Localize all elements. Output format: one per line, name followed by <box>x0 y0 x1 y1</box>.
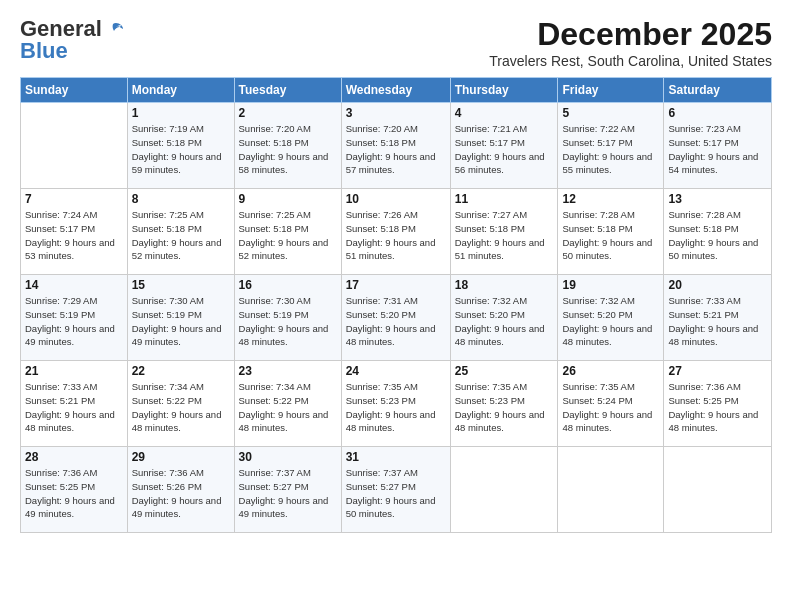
header-saturday: Saturday <box>664 78 772 103</box>
calendar-cell-w1-d1: 1Sunrise: 7:19 AM Sunset: 5:18 PM Daylig… <box>127 103 234 189</box>
day-number: 13 <box>668 192 767 206</box>
day-info: Sunrise: 7:19 AM Sunset: 5:18 PM Dayligh… <box>132 122 230 177</box>
weekday-header-row: Sunday Monday Tuesday Wednesday Thursday… <box>21 78 772 103</box>
calendar-cell-w3-d1: 15Sunrise: 7:30 AM Sunset: 5:19 PM Dayli… <box>127 275 234 361</box>
calendar-cell-w1-d4: 4Sunrise: 7:21 AM Sunset: 5:17 PM Daylig… <box>450 103 558 189</box>
day-info: Sunrise: 7:30 AM Sunset: 5:19 PM Dayligh… <box>132 294 230 349</box>
page-header: General Blue December 2025 Travelers Res… <box>20 16 772 69</box>
week-row-3: 14Sunrise: 7:29 AM Sunset: 5:19 PM Dayli… <box>21 275 772 361</box>
day-number: 30 <box>239 450 337 464</box>
day-info: Sunrise: 7:26 AM Sunset: 5:18 PM Dayligh… <box>346 208 446 263</box>
calendar-cell-w1-d5: 5Sunrise: 7:22 AM Sunset: 5:17 PM Daylig… <box>558 103 664 189</box>
day-info: Sunrise: 7:27 AM Sunset: 5:18 PM Dayligh… <box>455 208 554 263</box>
day-info: Sunrise: 7:24 AM Sunset: 5:17 PM Dayligh… <box>25 208 123 263</box>
day-info: Sunrise: 7:37 AM Sunset: 5:27 PM Dayligh… <box>346 466 446 521</box>
logo: General Blue <box>20 16 123 64</box>
week-row-1: 1Sunrise: 7:19 AM Sunset: 5:18 PM Daylig… <box>21 103 772 189</box>
calendar-cell-w4-d3: 24Sunrise: 7:35 AM Sunset: 5:23 PM Dayli… <box>341 361 450 447</box>
calendar-cell-w4-d6: 27Sunrise: 7:36 AM Sunset: 5:25 PM Dayli… <box>664 361 772 447</box>
calendar-cell-w1-d3: 3Sunrise: 7:20 AM Sunset: 5:18 PM Daylig… <box>341 103 450 189</box>
calendar-cell-w5-d6 <box>664 447 772 533</box>
calendar-cell-w2-d2: 9Sunrise: 7:25 AM Sunset: 5:18 PM Daylig… <box>234 189 341 275</box>
day-number: 8 <box>132 192 230 206</box>
calendar-cell-w1-d2: 2Sunrise: 7:20 AM Sunset: 5:18 PM Daylig… <box>234 103 341 189</box>
day-number: 10 <box>346 192 446 206</box>
calendar-page: General Blue December 2025 Travelers Res… <box>0 0 792 612</box>
calendar-cell-w4-d0: 21Sunrise: 7:33 AM Sunset: 5:21 PM Dayli… <box>21 361 128 447</box>
calendar-cell-w4-d1: 22Sunrise: 7:34 AM Sunset: 5:22 PM Dayli… <box>127 361 234 447</box>
calendar-cell-w3-d5: 19Sunrise: 7:32 AM Sunset: 5:20 PM Dayli… <box>558 275 664 361</box>
header-sunday: Sunday <box>21 78 128 103</box>
calendar-cell-w2-d5: 12Sunrise: 7:28 AM Sunset: 5:18 PM Dayli… <box>558 189 664 275</box>
calendar-cell-w3-d2: 16Sunrise: 7:30 AM Sunset: 5:19 PM Dayli… <box>234 275 341 361</box>
day-number: 20 <box>668 278 767 292</box>
day-info: Sunrise: 7:31 AM Sunset: 5:20 PM Dayligh… <box>346 294 446 349</box>
calendar-cell-w2-d4: 11Sunrise: 7:27 AM Sunset: 5:18 PM Dayli… <box>450 189 558 275</box>
calendar-cell-w4-d5: 26Sunrise: 7:35 AM Sunset: 5:24 PM Dayli… <box>558 361 664 447</box>
calendar-cell-w2-d0: 7Sunrise: 7:24 AM Sunset: 5:17 PM Daylig… <box>21 189 128 275</box>
day-number: 5 <box>562 106 659 120</box>
calendar-cell-w2-d6: 13Sunrise: 7:28 AM Sunset: 5:18 PM Dayli… <box>664 189 772 275</box>
week-row-2: 7Sunrise: 7:24 AM Sunset: 5:17 PM Daylig… <box>21 189 772 275</box>
day-info: Sunrise: 7:33 AM Sunset: 5:21 PM Dayligh… <box>25 380 123 435</box>
calendar-cell-w5-d2: 30Sunrise: 7:37 AM Sunset: 5:27 PM Dayli… <box>234 447 341 533</box>
day-number: 23 <box>239 364 337 378</box>
day-info: Sunrise: 7:22 AM Sunset: 5:17 PM Dayligh… <box>562 122 659 177</box>
day-info: Sunrise: 7:32 AM Sunset: 5:20 PM Dayligh… <box>562 294 659 349</box>
title-block: December 2025 Travelers Rest, South Caro… <box>489 16 772 69</box>
week-row-4: 21Sunrise: 7:33 AM Sunset: 5:21 PM Dayli… <box>21 361 772 447</box>
day-info: Sunrise: 7:28 AM Sunset: 5:18 PM Dayligh… <box>668 208 767 263</box>
day-number: 28 <box>25 450 123 464</box>
day-info: Sunrise: 7:20 AM Sunset: 5:18 PM Dayligh… <box>346 122 446 177</box>
day-number: 21 <box>25 364 123 378</box>
header-friday: Friday <box>558 78 664 103</box>
day-number: 11 <box>455 192 554 206</box>
day-info: Sunrise: 7:36 AM Sunset: 5:25 PM Dayligh… <box>668 380 767 435</box>
calendar-cell-w5-d3: 31Sunrise: 7:37 AM Sunset: 5:27 PM Dayli… <box>341 447 450 533</box>
calendar-cell-w3-d4: 18Sunrise: 7:32 AM Sunset: 5:20 PM Dayli… <box>450 275 558 361</box>
calendar-cell-w5-d0: 28Sunrise: 7:36 AM Sunset: 5:25 PM Dayli… <box>21 447 128 533</box>
day-number: 14 <box>25 278 123 292</box>
calendar-cell-w2-d1: 8Sunrise: 7:25 AM Sunset: 5:18 PM Daylig… <box>127 189 234 275</box>
day-number: 22 <box>132 364 230 378</box>
day-number: 3 <box>346 106 446 120</box>
day-number: 18 <box>455 278 554 292</box>
calendar-table: Sunday Monday Tuesday Wednesday Thursday… <box>20 77 772 533</box>
location-subtitle: Travelers Rest, South Carolina, United S… <box>489 53 772 69</box>
day-number: 31 <box>346 450 446 464</box>
logo-blue-text: Blue <box>20 38 68 64</box>
day-info: Sunrise: 7:37 AM Sunset: 5:27 PM Dayligh… <box>239 466 337 521</box>
day-number: 27 <box>668 364 767 378</box>
day-info: Sunrise: 7:23 AM Sunset: 5:17 PM Dayligh… <box>668 122 767 177</box>
day-info: Sunrise: 7:20 AM Sunset: 5:18 PM Dayligh… <box>239 122 337 177</box>
day-info: Sunrise: 7:32 AM Sunset: 5:20 PM Dayligh… <box>455 294 554 349</box>
calendar-cell-w5-d4 <box>450 447 558 533</box>
calendar-cell-w5-d1: 29Sunrise: 7:36 AM Sunset: 5:26 PM Dayli… <box>127 447 234 533</box>
day-info: Sunrise: 7:25 AM Sunset: 5:18 PM Dayligh… <box>132 208 230 263</box>
day-info: Sunrise: 7:35 AM Sunset: 5:23 PM Dayligh… <box>346 380 446 435</box>
day-number: 12 <box>562 192 659 206</box>
day-info: Sunrise: 7:35 AM Sunset: 5:23 PM Dayligh… <box>455 380 554 435</box>
day-number: 15 <box>132 278 230 292</box>
day-info: Sunrise: 7:36 AM Sunset: 5:25 PM Dayligh… <box>25 466 123 521</box>
day-info: Sunrise: 7:28 AM Sunset: 5:18 PM Dayligh… <box>562 208 659 263</box>
day-number: 17 <box>346 278 446 292</box>
calendar-cell-w5-d5 <box>558 447 664 533</box>
day-number: 2 <box>239 106 337 120</box>
header-tuesday: Tuesday <box>234 78 341 103</box>
calendar-cell-w4-d4: 25Sunrise: 7:35 AM Sunset: 5:23 PM Dayli… <box>450 361 558 447</box>
calendar-cell-w3-d3: 17Sunrise: 7:31 AM Sunset: 5:20 PM Dayli… <box>341 275 450 361</box>
calendar-cell-w2-d3: 10Sunrise: 7:26 AM Sunset: 5:18 PM Dayli… <box>341 189 450 275</box>
day-number: 19 <box>562 278 659 292</box>
day-info: Sunrise: 7:36 AM Sunset: 5:26 PM Dayligh… <box>132 466 230 521</box>
calendar-cell-w4-d2: 23Sunrise: 7:34 AM Sunset: 5:22 PM Dayli… <box>234 361 341 447</box>
calendar-cell-w1-d6: 6Sunrise: 7:23 AM Sunset: 5:17 PM Daylig… <box>664 103 772 189</box>
day-number: 24 <box>346 364 446 378</box>
day-number: 4 <box>455 106 554 120</box>
day-number: 16 <box>239 278 337 292</box>
day-number: 9 <box>239 192 337 206</box>
day-number: 25 <box>455 364 554 378</box>
day-number: 7 <box>25 192 123 206</box>
logo-bird-icon <box>103 22 123 38</box>
day-number: 1 <box>132 106 230 120</box>
